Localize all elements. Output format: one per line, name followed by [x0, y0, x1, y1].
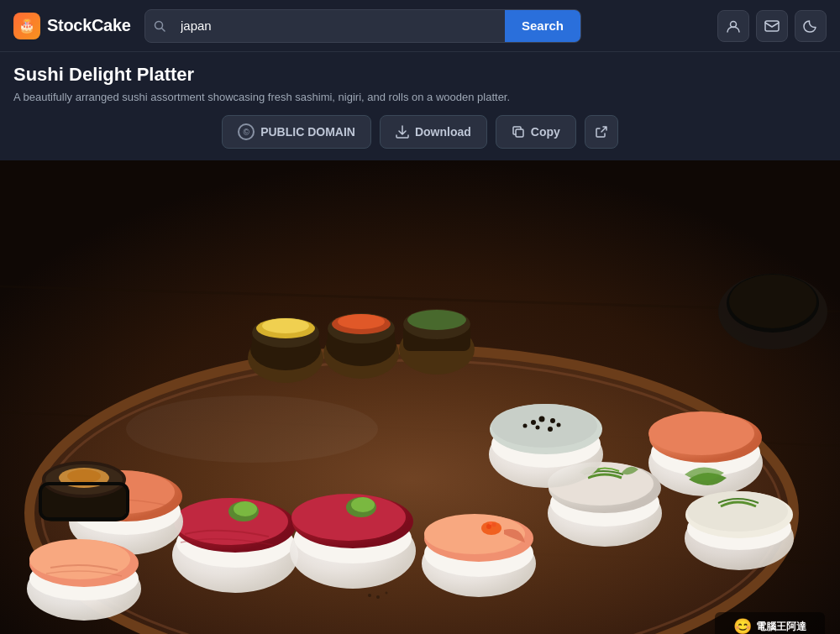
svg-point-74: [491, 404, 597, 448]
download-icon: [396, 125, 409, 139]
search-input[interactable]: [174, 18, 505, 33]
svg-point-78: [557, 423, 561, 427]
public-domain-label: PUBLIC DOMAIN: [260, 125, 355, 139]
logo-area: 🎂 StockCake: [13, 13, 131, 39]
image-title: Sushi Delight Platter: [13, 64, 827, 86]
header: 🎂 StockCake Search: [0, 0, 840, 52]
main-image-container: 😊 電腦王阿達 http://www.kaepa.com.tw: [0, 160, 840, 634]
share-button[interactable]: [585, 115, 618, 149]
user-button[interactable]: [717, 10, 749, 42]
svg-point-36: [234, 501, 257, 516]
svg-point-58: [489, 521, 492, 525]
svg-point-34: [174, 498, 288, 545]
watermark-title: 電腦王阿達: [756, 620, 806, 634]
svg-line-1: [162, 28, 165, 31]
image-description: A beautifully arranged sushi assortment …: [13, 91, 827, 103]
svg-point-70: [687, 491, 788, 532]
svg-point-26: [338, 314, 385, 329]
logo-emoji: 🎂: [18, 18, 35, 34]
svg-point-50: [648, 411, 754, 455]
watermark: 😊 電腦王阿達 http://www.kaepa.com.tw: [715, 612, 825, 634]
search-bar: Search: [144, 9, 581, 43]
public-domain-button[interactable]: © PUBLIC DOMAIN: [222, 115, 371, 149]
svg-point-62: [29, 539, 130, 579]
svg-point-79: [536, 426, 540, 430]
copy-label: Copy: [531, 125, 560, 139]
svg-point-90: [368, 594, 371, 597]
svg-point-77: [550, 418, 555, 423]
svg-point-80: [548, 427, 553, 432]
download-label: Download: [415, 125, 471, 139]
svg-point-89: [386, 592, 388, 595]
svg-point-75: [531, 420, 536, 425]
svg-point-86: [67, 469, 101, 483]
action-buttons: © PUBLIC DOMAIN Download Copy: [13, 115, 827, 152]
logo-text: StockCake: [47, 16, 131, 35]
download-button[interactable]: Download: [380, 115, 487, 149]
public-domain-icon: ©: [238, 123, 255, 140]
header-actions: [717, 10, 827, 42]
sushi-image: [0, 160, 840, 634]
svg-rect-4: [516, 129, 523, 137]
svg-point-57: [492, 523, 496, 527]
mail-button[interactable]: [756, 10, 788, 42]
svg-rect-3: [765, 21, 779, 31]
svg-point-20: [262, 318, 309, 333]
search-button[interactable]: Search: [505, 9, 580, 43]
watermark-emoji: 😊: [733, 617, 752, 634]
svg-point-40: [291, 494, 406, 541]
svg-point-81: [523, 424, 528, 428]
svg-point-30: [407, 310, 466, 330]
share-icon: [595, 125, 608, 139]
copy-button[interactable]: Copy: [496, 115, 576, 149]
svg-point-42: [351, 497, 375, 512]
svg-point-76: [539, 417, 545, 422]
copy-icon: [512, 125, 525, 139]
svg-point-14: [729, 275, 816, 328]
logo-icon: 🎂: [13, 13, 40, 39]
info-bar: Sushi Delight Platter A beautifully arra…: [0, 52, 840, 160]
svg-point-88: [376, 595, 380, 599]
theme-button[interactable]: [795, 10, 827, 42]
watermark-top: 😊 電腦王阿達: [733, 617, 806, 634]
svg-point-91: [126, 396, 378, 463]
search-icon: [145, 20, 174, 32]
